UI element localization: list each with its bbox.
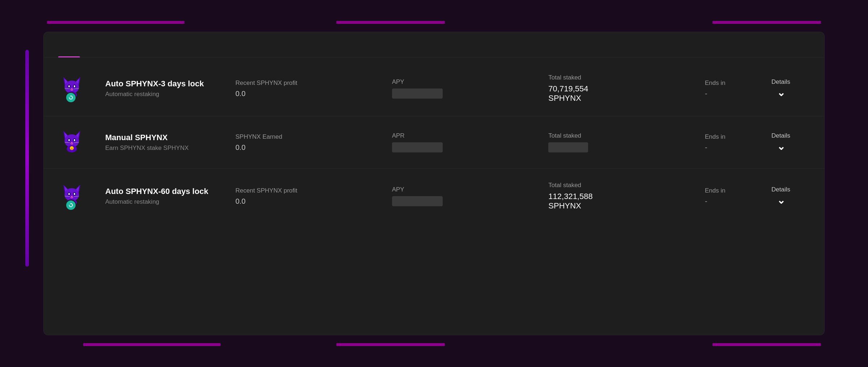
apy-placeholder	[392, 142, 443, 152]
tabs-header	[44, 32, 824, 57]
stat-apy-label: APY	[392, 186, 534, 193]
svg-point-25	[74, 139, 75, 141]
token-icon-area: ★	[62, 75, 105, 102]
pool-info: Manual SPHYNX Earn SPHYNX stake SPHYNX	[105, 133, 228, 152]
svg-point-24	[68, 139, 70, 141]
stat-apy: APY	[385, 78, 541, 99]
main-panel: ★ Auto SPHYNX-3 days lock Automatic rest…	[43, 32, 825, 335]
deco-bar-bottom-left	[83, 343, 221, 346]
pool-row: ★ Auto SPHYNX-60 days lock Automatic res…	[44, 169, 824, 224]
ends-in-col: Ends in -	[698, 133, 756, 152]
pool-subtitle: Automatic restaking	[105, 198, 228, 206]
tab-finished[interactable]	[80, 47, 102, 57]
svg-point-47	[68, 202, 74, 208]
deco-bar-bottom-right	[712, 343, 821, 346]
pool-subtitle: Earn SPHYNX stake SPHYNX	[105, 144, 228, 152]
stat-profit-label: Recent SPHYNX profit	[235, 79, 378, 87]
stat-profit-value: 0.0	[235, 90, 378, 98]
ends-in-label: Ends in	[705, 187, 748, 194]
auto-badge	[65, 92, 76, 103]
pool-row: ★ Auto SPHYNX-3 days lock Automatic rest…	[44, 61, 824, 116]
total-staked-value: 112,321,588SPHYNX	[548, 192, 690, 211]
svg-point-8	[74, 85, 75, 87]
svg-point-9	[71, 88, 73, 90]
svg-point-40	[74, 193, 75, 195]
stat-profit: Recent SPHYNX profit 0.0	[228, 79, 385, 98]
stat-apy-label: APY	[392, 78, 534, 86]
apy-placeholder	[392, 88, 443, 99]
details-col[interactable]: Details	[756, 186, 806, 206]
chevron-down-icon[interactable]	[775, 141, 787, 152]
pool-info: Auto SPHYNX-60 days lock Automatic resta…	[105, 187, 228, 206]
deco-bar-bottom-mid	[336, 343, 445, 346]
deco-bar-top-mid	[336, 21, 445, 24]
stat-profit-label: SPHYNX Earned	[235, 133, 378, 141]
total-staked-placeholder	[548, 142, 588, 152]
token-icon-area: ★	[62, 183, 105, 209]
ends-in-col: Ends in -	[698, 187, 756, 206]
token-icon-main: ★	[62, 183, 88, 209]
pool-info: Auto SPHYNX-3 days lock Automatic restak…	[105, 79, 228, 98]
deco-bar-top-right	[712, 21, 821, 24]
ends-in-label: Ends in	[705, 133, 748, 141]
stat-profit: Recent SPHYNX profit 0.0	[228, 187, 385, 206]
stat-apy: APY	[385, 186, 541, 206]
details-label: Details	[771, 132, 790, 139]
token-icon-main: ★	[62, 75, 88, 102]
svg-point-41	[71, 196, 73, 197]
pool-name: Manual SPHYNX	[105, 133, 228, 142]
pool-row: ★ Manual SPHYNX Earn SPHYNX stake SPHYNX…	[44, 116, 824, 169]
total-staked-value: 70,719,554SPHYNX	[548, 84, 690, 103]
details-col[interactable]: Details	[756, 78, 806, 99]
stat-total-staked-label: Total staked	[548, 74, 690, 81]
token-icon-main: ★	[62, 129, 88, 155]
svg-point-39	[68, 193, 70, 195]
details-col[interactable]: Details	[756, 132, 806, 152]
ends-in-label: Ends in	[705, 79, 748, 87]
ends-in-value: -	[705, 197, 748, 206]
tab-live[interactable]	[58, 47, 80, 57]
stat-profit-value: 0.0	[235, 143, 378, 152]
chevron-down-icon[interactable]	[775, 195, 787, 206]
stat-profit-label: Recent SPHYNX profit	[235, 187, 378, 194]
apy-placeholder	[392, 196, 443, 206]
stat-total-staked-label: Total staked	[548, 182, 690, 189]
ends-in-value: -	[705, 90, 748, 98]
deco-bar-top-left	[47, 21, 184, 24]
stat-apy-label: APR	[392, 132, 534, 139]
pool-list: ★ Auto SPHYNX-3 days lock Automatic rest…	[44, 57, 824, 227]
svg-point-15	[68, 94, 74, 101]
auto-badge	[65, 200, 76, 211]
details-label: Details	[771, 186, 790, 193]
stat-total-staked: Total staked 112,321,588SPHYNX	[541, 182, 698, 211]
pool-name: Auto SPHYNX-60 days lock	[105, 187, 228, 196]
stat-apy: APR	[385, 132, 541, 152]
stat-profit: SPHYNX Earned 0.0	[228, 133, 385, 152]
chevron-down-icon[interactable]	[775, 87, 787, 99]
token-icon-area: ★	[62, 129, 105, 155]
deco-left-accent	[25, 50, 29, 267]
stat-total-staked-label: Total staked	[548, 132, 690, 139]
pool-subtitle: Automatic restaking	[105, 91, 228, 98]
pool-name: Auto SPHYNX-3 days lock	[105, 79, 228, 88]
ends-in-col: Ends in -	[698, 79, 756, 98]
ends-in-value: -	[705, 143, 748, 152]
outer-wrapper: ★ Auto SPHYNX-3 days lock Automatic rest…	[25, 21, 843, 346]
stat-total-staked: Total staked	[541, 132, 698, 152]
stat-total-staked: Total staked 70,719,554SPHYNX	[541, 74, 698, 103]
stat-profit-value: 0.0	[235, 197, 378, 206]
details-label: Details	[771, 78, 790, 86]
svg-point-7	[68, 85, 70, 87]
svg-point-26	[71, 142, 73, 143]
